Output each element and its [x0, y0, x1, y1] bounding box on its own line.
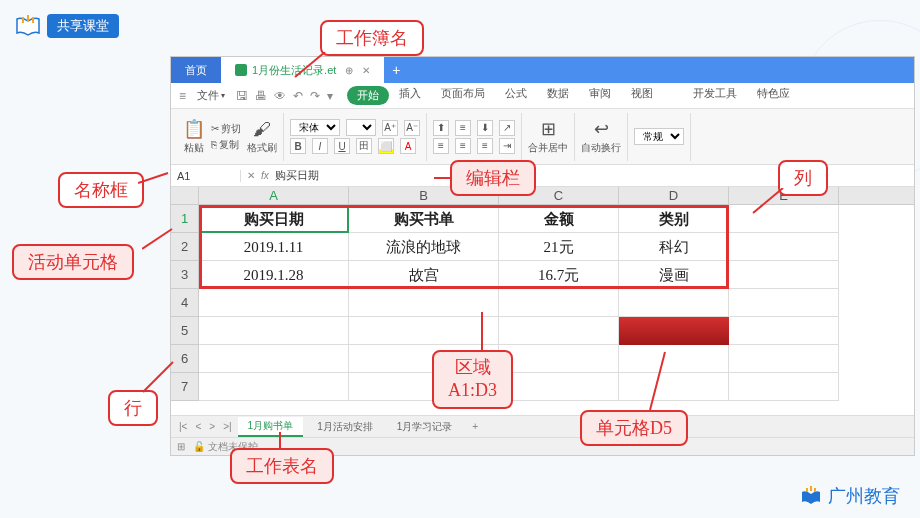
undo-icon[interactable]: ↶ — [291, 89, 305, 103]
align-middle-button[interactable]: ≡ — [455, 120, 471, 136]
cell-a3[interactable]: 2019.1.28 — [199, 261, 349, 289]
sheet-nav-next[interactable]: > — [207, 421, 217, 432]
cell-c7[interactable] — [499, 373, 619, 401]
cut-button[interactable]: ✂ 剪切 — [211, 122, 241, 136]
menu-dev[interactable]: 开发工具 — [683, 86, 747, 105]
underline-button[interactable]: U — [334, 138, 350, 154]
merge-center-button[interactable]: ⊞合并居中 — [528, 118, 568, 155]
sheet-tab-2[interactable]: 1月活动安排 — [307, 418, 383, 436]
menu-review[interactable]: 审阅 — [579, 86, 621, 105]
select-all-corner[interactable] — [171, 187, 199, 204]
menu-formula[interactable]: 公式 — [495, 86, 537, 105]
align-center-button[interactable]: ≡ — [455, 138, 471, 154]
cell-d1[interactable]: 类别 — [619, 205, 729, 233]
sheet-tab-3[interactable]: 1月学习记录 — [387, 418, 463, 436]
menu-layout[interactable]: 页面布局 — [431, 86, 495, 105]
hamburger-icon[interactable]: ≡ — [177, 89, 188, 103]
cell-d2[interactable]: 科幻 — [619, 233, 729, 261]
fx-cancel-icon[interactable]: ✕ — [247, 170, 255, 181]
fill-color-button[interactable]: ⬜ — [378, 138, 394, 154]
cell-e4[interactable] — [729, 289, 839, 317]
home-tab[interactable]: 首页 — [171, 57, 221, 83]
add-sheet-button[interactable]: + — [466, 421, 484, 432]
align-left-button[interactable]: ≡ — [433, 138, 449, 154]
cell-d3[interactable]: 漫画 — [619, 261, 729, 289]
callout-formula-bar: 编辑栏 — [450, 160, 536, 196]
tab-pin-icon[interactable]: ⊕ — [345, 65, 353, 76]
copy-button[interactable]: ⎘ 复制 — [211, 138, 241, 152]
col-header-a[interactable]: A — [199, 187, 349, 204]
sheet-nav-prev[interactable]: < — [193, 421, 203, 432]
border-button[interactable]: 田 — [356, 138, 372, 154]
grid: A B C D E 1 2 3 4 5 6 7 购买日期 购买书单 金额 类别 — [171, 187, 914, 401]
cell-c1[interactable]: 金额 — [499, 205, 619, 233]
font-name-select[interactable]: 宋体 — [290, 119, 340, 136]
paste-button[interactable]: 📋粘贴 — [183, 118, 205, 155]
row-header-5[interactable]: 5 — [171, 317, 199, 345]
menu-security[interactable] — [663, 86, 683, 105]
menu-view[interactable]: 视图 — [621, 86, 663, 105]
cell-b3[interactable]: 故宫 — [349, 261, 499, 289]
status-grid-icon[interactable]: ⊞ — [177, 441, 185, 452]
cell-e6[interactable] — [729, 345, 839, 373]
cell-e3[interactable] — [729, 261, 839, 289]
cell-d7[interactable] — [619, 373, 729, 401]
col-header-d[interactable]: D — [619, 187, 729, 204]
cells-area[interactable]: 购买日期 购买书单 金额 类别 2019.1.11 流浪的地球 21元 科幻 2… — [199, 205, 839, 401]
number-format-select[interactable]: 常规 — [634, 128, 684, 145]
cell-a6[interactable] — [199, 345, 349, 373]
cell-e7[interactable] — [729, 373, 839, 401]
auto-wrap-button[interactable]: ↩自动换行 — [581, 118, 621, 155]
cell-e2[interactable] — [729, 233, 839, 261]
font-color-button[interactable]: A — [400, 138, 416, 154]
save-icon[interactable]: 🖫 — [234, 89, 250, 103]
decrease-font-button[interactable]: A⁻ — [404, 120, 420, 136]
cell-d4[interactable] — [619, 289, 729, 317]
file-menu[interactable]: 文件▾ — [191, 88, 231, 103]
menu-insert[interactable]: 插入 — [389, 86, 431, 105]
cell-b1[interactable]: 购买书单 — [349, 205, 499, 233]
redo-icon[interactable]: ↷ — [308, 89, 322, 103]
row-header-3[interactable]: 3 — [171, 261, 199, 289]
cell-a2[interactable]: 2019.1.11 — [199, 233, 349, 261]
fx-icon[interactable]: fx — [261, 170, 269, 181]
callout-cell-d5: 单元格D5 — [580, 410, 688, 446]
menu-data[interactable]: 数据 — [537, 86, 579, 105]
menu-special[interactable]: 特色应 — [747, 86, 800, 105]
format-painter-button[interactable]: 🖌格式刷 — [247, 119, 277, 155]
cell-c4[interactable] — [499, 289, 619, 317]
cell-c5[interactable] — [499, 317, 619, 345]
add-tab-button[interactable]: + — [384, 62, 408, 78]
align-top-button[interactable]: ⬆ — [433, 120, 449, 136]
italic-button[interactable]: I — [312, 138, 328, 154]
cell-a7[interactable] — [199, 373, 349, 401]
align-right-button[interactable]: ≡ — [477, 138, 493, 154]
preview-icon[interactable]: 👁 — [272, 89, 288, 103]
education-icon — [800, 486, 822, 506]
tab-close-icon[interactable]: ✕ — [362, 65, 370, 76]
cell-a1[interactable]: 购买日期 — [199, 205, 349, 233]
menu-bar: ≡ 文件▾ 🖫 🖶 👁 ↶ ↷ ▾ 开始 插入 页面布局 公式 数据 审阅 视图… — [171, 83, 914, 109]
sheet-nav-last[interactable]: >| — [221, 421, 233, 432]
increase-font-button[interactable]: A⁺ — [382, 120, 398, 136]
sheet-nav-first[interactable]: |< — [177, 421, 189, 432]
indent-button[interactable]: ⇥ — [499, 138, 515, 154]
cell-b2[interactable]: 流浪的地球 — [349, 233, 499, 261]
cell-d6[interactable] — [619, 345, 729, 373]
print-icon[interactable]: 🖶 — [253, 89, 269, 103]
cell-c6[interactable] — [499, 345, 619, 373]
cell-e5[interactable] — [729, 317, 839, 345]
formula-input[interactable]: 购买日期 — [275, 168, 319, 183]
name-box[interactable]: A1 — [171, 170, 241, 182]
menu-start[interactable]: 开始 — [347, 86, 389, 105]
cell-a4[interactable] — [199, 289, 349, 317]
row-header-4[interactable]: 4 — [171, 289, 199, 317]
align-bottom-button[interactable]: ⬇ — [477, 120, 493, 136]
cell-c2[interactable]: 21元 — [499, 233, 619, 261]
font-size-select[interactable]: 1 — [346, 119, 376, 136]
dropdown-icon[interactable]: ▾ — [325, 89, 335, 103]
cell-a5[interactable] — [199, 317, 349, 345]
cell-c3[interactable]: 16.7元 — [499, 261, 619, 289]
bold-button[interactable]: B — [290, 138, 306, 154]
orientation-button[interactable]: ↗ — [499, 120, 515, 136]
